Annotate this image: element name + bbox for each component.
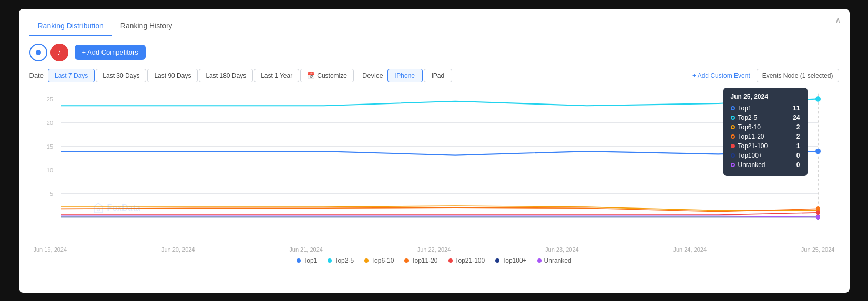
tooltip-item-label-2: Top6-10 bbox=[738, 123, 761, 131]
legend-dot-top11-20 bbox=[404, 258, 409, 263]
legend-top21-100: Top21-100 bbox=[448, 257, 485, 264]
svg-text:5: 5 bbox=[49, 190, 53, 196]
legend-top100: Top100+ bbox=[495, 257, 526, 264]
radio-dot bbox=[36, 50, 41, 55]
tooltip-row-3: Top11-20 2 bbox=[731, 133, 800, 140]
tooltip-label-3: Top11-20 bbox=[731, 133, 764, 140]
chart-container: FoxData 25 20 15 10 5 bbox=[29, 88, 839, 245]
tooltip-item-label-1: Top2-5 bbox=[738, 114, 758, 121]
x-label-0: Jun 19, 2024 bbox=[34, 246, 67, 253]
legend-dot-top21-100 bbox=[448, 258, 453, 263]
tooltip-dot-1 bbox=[731, 116, 735, 120]
x-label-2: Jun 21, 2024 bbox=[289, 246, 323, 253]
x-label-4: Jun 23, 2024 bbox=[545, 246, 579, 253]
svg-text:15: 15 bbox=[46, 143, 53, 149]
tooltip-row-1: Top2-5 24 bbox=[731, 114, 800, 121]
tooltip-label-5: Top100+ bbox=[731, 152, 762, 159]
tooltip-label-2: Top6-10 bbox=[731, 123, 761, 131]
app-icons: ♪ bbox=[29, 44, 68, 61]
legend-label-unranked: Unranked bbox=[544, 257, 571, 264]
chart-tooltip: Jun 25, 2024 Top1 11 Top2-5 24 Top6-10 bbox=[723, 88, 808, 176]
last-180-days-button[interactable]: Last 180 Days bbox=[199, 69, 253, 82]
filter-row: Date Last 7 Days Last 30 Days Last 90 Da… bbox=[29, 69, 839, 82]
add-custom-event-button[interactable]: + Add Custom Event bbox=[692, 72, 750, 79]
watermark-text: FoxData bbox=[107, 203, 140, 213]
last-90-days-button[interactable]: Last 90 Days bbox=[147, 69, 198, 82]
tooltip-label-6: Unranked bbox=[731, 161, 765, 169]
top1-dot bbox=[815, 148, 821, 154]
chart-svg: 25 20 15 10 5 bbox=[29, 88, 839, 245]
tooltip-dot-3 bbox=[731, 134, 735, 139]
legend-label-top1: Top1 bbox=[303, 257, 317, 264]
tooltip-dot-0 bbox=[731, 106, 735, 110]
x-label-5: Jun 24, 2024 bbox=[673, 246, 707, 253]
tooltip-item-value-0: 11 bbox=[790, 105, 800, 112]
unranked-dot bbox=[816, 215, 820, 220]
customize-button[interactable]: 📅 Customize bbox=[300, 69, 354, 82]
legend-label-top6-10: Top6-10 bbox=[371, 257, 394, 264]
add-competitors-button[interactable]: + Add Competitors bbox=[75, 45, 146, 60]
legend-top1: Top1 bbox=[297, 257, 317, 264]
legend-label-top100: Top100+ bbox=[502, 257, 526, 264]
tooltip-row-5: Top100+ 0 bbox=[731, 152, 800, 159]
radio-icon-button[interactable] bbox=[29, 44, 47, 61]
tooltip-item-value-4: 1 bbox=[790, 142, 800, 150]
tab-ranking-history[interactable]: Ranking History bbox=[112, 17, 181, 36]
tooltip-dot-4 bbox=[731, 144, 735, 148]
main-card: ∧ Ranking Distribution Ranking History ♪… bbox=[19, 9, 850, 293]
svg-text:25: 25 bbox=[46, 96, 53, 102]
last-7-days-button[interactable]: Last 7 Days bbox=[48, 69, 95, 82]
tab-ranking-distribution[interactable]: Ranking Distribution bbox=[29, 17, 112, 36]
top2-5-line bbox=[61, 99, 818, 106]
legend-label-top11-20: Top11-20 bbox=[411, 257, 437, 264]
device-label: Device bbox=[362, 71, 383, 79]
tooltip-row-0: Top1 11 bbox=[731, 105, 800, 112]
tooltip-item-value-6: 0 bbox=[790, 161, 800, 169]
top11-20-dot bbox=[816, 206, 820, 211]
watermark: FoxData bbox=[93, 202, 140, 214]
calendar-icon: 📅 bbox=[307, 72, 315, 79]
x-label-1: Jun 20, 2024 bbox=[161, 246, 195, 253]
legend-dot-unranked bbox=[537, 258, 542, 263]
legend-label-top2-5: Top2-5 bbox=[334, 257, 354, 264]
tab-row: Ranking Distribution Ranking History bbox=[29, 17, 839, 36]
tooltip-item-value-2: 2 bbox=[790, 123, 800, 131]
ipad-button[interactable]: iPad bbox=[424, 69, 452, 82]
last-1-year-button[interactable]: Last 1 Year bbox=[254, 69, 299, 82]
last-30-days-button[interactable]: Last 30 Days bbox=[96, 69, 146, 82]
tooltip-item-value-3: 2 bbox=[790, 133, 800, 140]
tooltip-row-2: Top6-10 2 bbox=[731, 123, 800, 131]
tooltip-row-6: Unranked 0 bbox=[731, 161, 800, 169]
legend-row: Top1 Top2-5 Top6-10 Top11-20 Top21-100 T… bbox=[29, 257, 839, 264]
svg-point-0 bbox=[97, 208, 99, 211]
top21-100-line bbox=[61, 212, 818, 214]
iphone-button[interactable]: iPhone bbox=[387, 69, 423, 82]
tooltip-dot-6 bbox=[731, 163, 735, 167]
legend-dot-top100 bbox=[495, 258, 499, 263]
tooltip-item-label-0: Top1 bbox=[738, 105, 752, 112]
legend-unranked: Unranked bbox=[537, 257, 571, 264]
controls-row: ♪ + Add Competitors bbox=[29, 44, 839, 61]
tooltip-item-value-5: 0 bbox=[790, 152, 800, 159]
tooltip-item-value-1: 24 bbox=[790, 114, 800, 121]
legend-dot-top1 bbox=[297, 258, 301, 263]
music-icon-button[interactable]: ♪ bbox=[50, 44, 68, 61]
svg-text:10: 10 bbox=[46, 167, 53, 173]
tooltip-label-1: Top2-5 bbox=[731, 114, 758, 121]
top2-5-dot bbox=[815, 96, 821, 102]
date-label: Date bbox=[29, 71, 44, 79]
tooltip-label-4: Top21-100 bbox=[731, 142, 768, 150]
x-label-3: Jun 22, 2024 bbox=[417, 246, 451, 253]
tooltip-dot-5 bbox=[731, 153, 735, 158]
customize-label: Customize bbox=[317, 72, 347, 79]
tooltip-date: Jun 25, 2024 bbox=[731, 93, 800, 100]
events-node-button[interactable]: Events Node (1 selected) bbox=[757, 69, 839, 82]
tooltip-label-0: Top1 bbox=[731, 105, 752, 112]
legend-top11-20: Top11-20 bbox=[404, 257, 437, 264]
legend-dot-top6-10 bbox=[364, 258, 369, 263]
music-icon: ♪ bbox=[57, 48, 62, 57]
tooltip-item-label-5: Top100+ bbox=[738, 152, 762, 159]
x-axis-labels: Jun 19, 2024 Jun 20, 2024 Jun 21, 2024 J… bbox=[29, 246, 839, 253]
top21-100-dot bbox=[816, 210, 820, 215]
collapse-button[interactable]: ∧ bbox=[835, 15, 841, 25]
